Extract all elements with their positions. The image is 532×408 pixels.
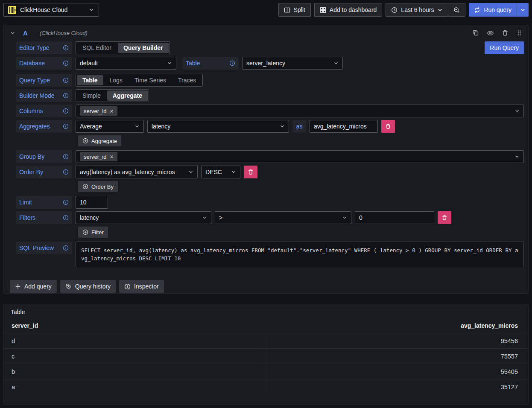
- split-label: Split: [294, 6, 305, 13]
- filter-operator-select[interactable]: >: [215, 211, 351, 224]
- add-filter-button[interactable]: Filter: [78, 227, 108, 238]
- order-by-direction-select[interactable]: DESC: [201, 166, 240, 178]
- table-result-panel: Table server_id avg_latency_micros d 954…: [3, 304, 529, 405]
- cell-avg-latency: 95456: [266, 333, 528, 348]
- chevron-down-icon: [132, 124, 140, 129]
- info-icon[interactable]: [63, 60, 69, 66]
- time-range-label: Last 6 hours: [401, 6, 434, 13]
- editor-type-query-builder[interactable]: Query Builder: [118, 43, 169, 53]
- split-icon: [284, 7, 290, 13]
- column-tag: server_id: [80, 106, 117, 116]
- info-circle-icon: [124, 283, 131, 290]
- collapse-chevron-icon[interactable]: [10, 30, 15, 36]
- sql-preview-row: SQL Preview SELECT server_id, avg(latenc…: [16, 242, 524, 267]
- datasource-picker[interactable]: ClickHouse Cloud: [3, 3, 99, 17]
- info-icon[interactable]: [63, 199, 69, 205]
- cell-server-id: d: [4, 333, 266, 348]
- aggregate-alias-input[interactable]: [310, 120, 378, 133]
- limit-label: Limit: [16, 196, 72, 209]
- sync-icon: [474, 7, 480, 13]
- chevron-down-icon: [437, 7, 443, 13]
- remove-tag-icon[interactable]: [110, 109, 114, 113]
- aggregate-column-select[interactable]: latency: [147, 120, 289, 133]
- column-header-server-id[interactable]: server_id: [4, 322, 266, 329]
- sql-preview-label: SQL Preview: [16, 242, 72, 254]
- inspector-button[interactable]: Inspector: [119, 280, 164, 293]
- column-header-avg-latency-micros[interactable]: avg_latency_micros: [266, 322, 528, 329]
- filter-column-select[interactable]: latency: [76, 211, 211, 224]
- zoom-out-icon: [453, 7, 460, 13]
- info-icon[interactable]: [63, 169, 69, 175]
- query-type-table[interactable]: Table: [77, 75, 103, 85]
- order-by-field-select[interactable]: avg(latency) as avg_latency_micros: [76, 166, 198, 178]
- add-order-by-button[interactable]: Order By: [78, 181, 118, 192]
- chevron-down-icon: [199, 215, 207, 220]
- chevron-down-icon: [164, 61, 172, 66]
- columns-label: Columns: [16, 105, 72, 117]
- add-aggregate-button[interactable]: Aggregate: [78, 135, 121, 146]
- group-by-label: Group By: [16, 150, 72, 163]
- run-query-options-caret[interactable]: [517, 3, 529, 17]
- chevron-down-icon: [88, 7, 94, 13]
- query-type-time-series[interactable]: Time Series: [129, 75, 172, 85]
- limit-input[interactable]: [76, 196, 108, 209]
- dashboard-grid-icon: [320, 7, 326, 13]
- remove-order-by-button[interactable]: [244, 166, 257, 178]
- run-query-split-button: Run query: [469, 3, 529, 17]
- table-row: d 95456: [4, 333, 528, 348]
- query-history-button[interactable]: Query history: [60, 280, 116, 293]
- datasource-hint: (ClickHouse Cloud): [40, 30, 88, 36]
- sql-preview-text: SELECT server_id, avg(latency) as avg_la…: [76, 242, 524, 267]
- trash-icon[interactable]: [502, 29, 509, 36]
- info-icon[interactable]: [63, 93, 69, 99]
- filters-label: Filters: [16, 211, 72, 224]
- chevron-down-icon: [228, 169, 236, 175]
- query-editor-header: A (ClickHouse Cloud): [4, 25, 528, 41]
- group-by-multiselect[interactable]: server_id: [76, 150, 524, 163]
- copy-icon[interactable]: [472, 29, 479, 36]
- plus-circle-icon: [82, 229, 88, 235]
- datasource-name: ClickHouse Cloud: [20, 6, 67, 13]
- chevron-down-icon: [339, 215, 347, 220]
- builder-mode-aggregate[interactable]: Aggregate: [107, 90, 148, 101]
- info-icon[interactable]: [63, 123, 69, 129]
- database-select[interactable]: default: [76, 57, 176, 70]
- eye-icon[interactable]: [487, 29, 494, 37]
- query-header-actions: [472, 29, 522, 37]
- info-icon[interactable]: [63, 215, 69, 221]
- editor-type-row: Editor Type SQL Editor Query Builder: [16, 41, 524, 54]
- info-icon[interactable]: [63, 245, 69, 251]
- as-keyword-label: as: [292, 120, 306, 133]
- add-query-button[interactable]: Add query: [10, 280, 57, 293]
- filter-value-input[interactable]: [355, 211, 434, 224]
- info-icon[interactable]: [63, 45, 69, 51]
- query-type-traces[interactable]: Traces: [172, 75, 202, 85]
- split-button[interactable]: Split: [278, 3, 311, 17]
- plus-icon: [15, 283, 21, 289]
- info-icon[interactable]: [63, 77, 69, 83]
- zoom-out-time-button[interactable]: [448, 3, 465, 17]
- query-type-toggle: Table Logs Time Series Traces: [76, 74, 203, 87]
- columns-row: Columns server_id: [16, 105, 524, 117]
- table-header-row: server_id avg_latency_micros: [4, 318, 528, 333]
- drag-handle-icon[interactable]: [516, 29, 522, 36]
- query-type-logs[interactable]: Logs: [104, 75, 128, 85]
- add-to-dashboard-button[interactable]: Add to dashboard: [314, 3, 383, 17]
- table-row: b 55405: [4, 364, 528, 379]
- time-picker-group: Last 6 hours: [386, 3, 465, 17]
- info-icon[interactable]: [63, 154, 69, 160]
- columns-multiselect[interactable]: server_id: [76, 105, 524, 117]
- builder-mode-simple[interactable]: Simple: [77, 90, 106, 101]
- remove-filter-button[interactable]: [438, 211, 451, 224]
- remove-aggregate-button[interactable]: [381, 120, 395, 133]
- time-range-picker[interactable]: Last 6 hours: [386, 3, 448, 17]
- editor-type-sql-editor[interactable]: SQL Editor: [77, 43, 117, 53]
- remove-tag-icon[interactable]: [110, 155, 114, 159]
- info-icon[interactable]: [63, 108, 69, 114]
- table-select[interactable]: server_latency: [242, 57, 343, 70]
- aggregate-function-select[interactable]: Average: [76, 120, 144, 133]
- panel-run-query-button[interactable]: Run Query: [485, 41, 524, 54]
- info-icon[interactable]: [229, 60, 235, 66]
- toolbar-actions: Split Add to dashboard Last 6 hours: [278, 3, 529, 17]
- run-query-button[interactable]: Run query: [469, 3, 517, 17]
